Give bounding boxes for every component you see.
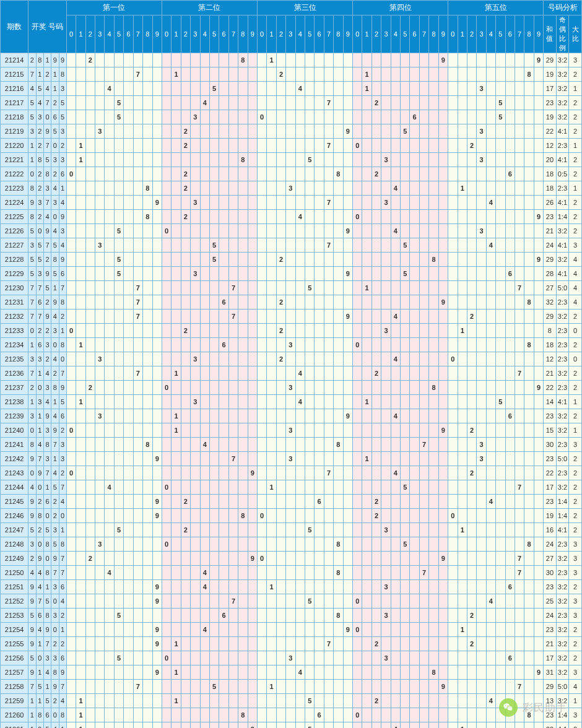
cell-code: 0: [36, 224, 43, 238]
cell-pos: [257, 153, 266, 167]
cell-pos: [429, 509, 438, 523]
cell-pos: 9: [534, 253, 543, 267]
cell-code: 4: [51, 722, 59, 729]
cell-pos: [209, 438, 219, 452]
cell-pos: [438, 338, 448, 352]
cell-pos: [105, 281, 114, 295]
cell-pos: [276, 366, 285, 381]
cell-pos: [124, 310, 133, 324]
cell-code: 3: [51, 324, 59, 338]
cell-stat: 2: [569, 110, 582, 124]
cell-pos: [438, 82, 448, 96]
cell-pos: 8: [524, 67, 534, 82]
cell-pos: [467, 224, 476, 238]
cell-pos: 7: [419, 566, 428, 580]
cell-pos: [76, 665, 85, 680]
cell-pos: [486, 253, 495, 267]
cell-pos: [162, 694, 171, 708]
cell-pos: 6: [505, 409, 515, 423]
cell-pos: [172, 196, 181, 210]
cell-pos: [295, 523, 305, 537]
cell-pos: [276, 139, 285, 153]
cell-pos: [419, 509, 428, 523]
cell-pos: [315, 523, 324, 537]
cell-pos: [305, 708, 315, 722]
cell-pos: [305, 181, 315, 196]
cell-pos: [95, 96, 105, 110]
cell-pos: [315, 67, 324, 82]
cell-pos: [458, 352, 467, 366]
header-digit: 6: [315, 15, 324, 53]
cell-pos: [276, 310, 285, 324]
cell-pos: 9: [534, 665, 543, 680]
cell-pos: [353, 452, 362, 466]
cell-pos: [429, 722, 438, 729]
cell-pos: [219, 167, 228, 181]
cell-pos: [76, 495, 85, 509]
cell-period: 21236: [1, 366, 28, 381]
cell-pos: [286, 680, 295, 694]
cell-stat: 1:4: [556, 495, 569, 509]
cell-pos: 1: [76, 395, 85, 409]
cell-pos: [267, 67, 276, 82]
cell-pos: [66, 594, 76, 609]
cell-pos: [267, 623, 276, 637]
cell-pos: [467, 665, 476, 680]
cell-pos: 7: [515, 566, 524, 580]
cell-pos: [429, 139, 438, 153]
cell-pos: [438, 495, 448, 509]
cell-pos: [496, 196, 505, 210]
cell-pos: [219, 196, 228, 210]
cell-pos: [200, 366, 209, 381]
cell-pos: [66, 509, 76, 523]
cell-pos: [295, 96, 305, 110]
cell-pos: [534, 580, 543, 594]
cell-pos: [66, 267, 76, 281]
cell-pos: [410, 224, 419, 238]
cell-pos: [66, 110, 76, 124]
cell-pos: [524, 196, 534, 210]
cell-pos: [209, 708, 219, 722]
cell-pos: [85, 153, 95, 167]
cell-pos: [505, 324, 515, 338]
cell-pos: 0: [66, 167, 76, 181]
cell-pos: [172, 381, 181, 395]
cell-pos: [391, 267, 400, 281]
cell-pos: [124, 181, 133, 196]
cell-pos: [95, 224, 105, 238]
cell-pos: [486, 352, 495, 366]
cell-pos: 2: [181, 139, 190, 153]
table-row: 212475253152531164:12: [1, 523, 582, 537]
header-digit: 2: [467, 15, 476, 53]
cell-pos: [391, 665, 400, 680]
cell-pos: [200, 466, 209, 480]
cell-pos: 5: [496, 96, 505, 110]
cell-pos: [219, 694, 228, 708]
cell-stat: 4: [569, 295, 582, 310]
cell-pos: [477, 708, 486, 722]
cell-pos: [105, 238, 114, 253]
cell-pos: [448, 153, 458, 167]
cell-pos: [305, 267, 315, 281]
cell-code: 8: [59, 708, 66, 722]
header-digit: 8: [334, 15, 343, 53]
cell-code: 2: [36, 210, 43, 224]
cell-pos: [524, 722, 534, 729]
cell-pos: [267, 395, 276, 409]
cell-period: 21222: [1, 167, 28, 181]
cell-pos: [114, 53, 123, 67]
cell-pos: [105, 552, 114, 566]
cell-pos: [162, 395, 171, 409]
cell-pos: [276, 238, 285, 253]
cell-pos: [401, 395, 410, 409]
cell-pos: [257, 637, 266, 651]
cell-pos: [248, 153, 257, 167]
cell-pos: [248, 196, 257, 210]
cell-pos: [267, 552, 276, 566]
cell-pos: [524, 53, 534, 67]
cell-pos: 4: [486, 495, 495, 509]
cell-pos: [438, 523, 448, 537]
cell-pos: [534, 352, 543, 366]
cell-pos: [410, 409, 419, 423]
cell-pos: [315, 110, 324, 124]
